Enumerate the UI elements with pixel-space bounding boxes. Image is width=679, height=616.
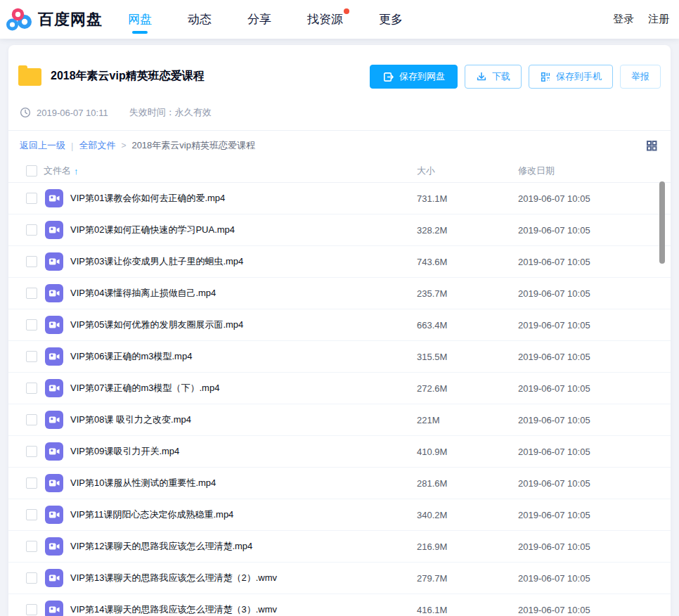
row-checkbox[interactable] bbox=[26, 319, 37, 331]
row-checkbox[interactable] bbox=[26, 446, 37, 457]
table-row[interactable]: VIP第13课聊天的思路我应该怎么理清楚（2）.wmv 279.7M 2019-… bbox=[8, 563, 671, 594]
table-row[interactable]: VIP第05课如何优雅的发朋友圈展示面.mp4 663.4M 2019-06-0… bbox=[8, 309, 671, 341]
file-name-link[interactable]: VIP第06课正确的m3模型.mp4 bbox=[70, 350, 417, 363]
table-row[interactable]: VIP第02课如何正确快速的学习PUA.mp4 328.2M 2019-06-0… bbox=[8, 214, 671, 246]
file-date: 2019-06-07 10:05 bbox=[518, 541, 671, 552]
file-size: 272.6M bbox=[417, 383, 518, 394]
video-file-icon bbox=[45, 347, 63, 366]
table-row[interactable]: VIP第10课服从性测试的重要性.mp4 281.6M 2019-06-07 1… bbox=[8, 468, 671, 499]
video-file-icon bbox=[45, 569, 63, 587]
row-checkbox[interactable] bbox=[26, 288, 37, 299]
row-checkbox[interactable] bbox=[26, 509, 37, 520]
table-row[interactable]: VIP第11课阴阳心态决定你成熟稳重.mp4 340.2M 2019-06-07… bbox=[8, 499, 671, 531]
save-to-phone-button[interactable]: 保存到手机 bbox=[529, 65, 613, 89]
video-file-icon bbox=[45, 474, 63, 492]
file-size: 216.9M bbox=[417, 541, 518, 552]
row-checkbox[interactable] bbox=[26, 256, 37, 267]
share-panel: 2018年素云vip精英班恋爱课程 保存到网盘 bbox=[8, 45, 671, 616]
row-checkbox[interactable] bbox=[26, 193, 37, 204]
row-checkbox[interactable] bbox=[26, 604, 37, 615]
nav-item-resources[interactable]: 找资源 bbox=[307, 0, 343, 39]
file-size: 281.6M bbox=[417, 478, 518, 489]
table-row[interactable]: VIP第08课 吸引力之改变.mp4 221M 2019-06-07 10:05 bbox=[8, 404, 671, 436]
sort-by-name-header[interactable]: 文件名 ↑ bbox=[44, 165, 417, 177]
file-size: 328.2M bbox=[417, 225, 518, 236]
file-name-link[interactable]: VIP第13课聊天的思路我应该怎么理清楚（2）.wmv bbox=[70, 572, 417, 584]
nav-item-share[interactable]: 分享 bbox=[247, 0, 271, 39]
file-date: 2019-06-07 10:05 bbox=[518, 257, 671, 267]
expire-label: 失效时间：永久有效 bbox=[129, 106, 212, 119]
row-checkbox[interactable] bbox=[26, 477, 37, 489]
share-time: 2019-06-07 10:11 bbox=[37, 108, 108, 118]
brand-logo[interactable]: 百度网盘 bbox=[6, 6, 103, 33]
row-checkbox[interactable] bbox=[26, 224, 37, 236]
video-file-icon bbox=[45, 189, 63, 207]
row-checkbox[interactable] bbox=[26, 351, 37, 362]
file-name-link[interactable]: VIP第09课吸引力开关.mp4 bbox=[70, 445, 417, 458]
file-name-link[interactable]: VIP第03课让你变成男人肚子里的蛔虫.mp4 bbox=[70, 255, 417, 268]
table-row[interactable]: VIP第07课正确的m3模型（下）.mp4 272.6M 2019-06-07 … bbox=[8, 373, 671, 404]
file-name-link[interactable]: VIP第01课教会你如何去正确的爱.mp4 bbox=[70, 192, 417, 205]
nav-item-feed[interactable]: 动态 bbox=[188, 0, 212, 39]
file-name-link[interactable]: VIP第14课聊天的思路我应该怎么理清楚（3）.wmv bbox=[70, 603, 417, 616]
scrollbar-thumb[interactable] bbox=[659, 181, 665, 264]
table-row[interactable]: VIP第14课聊天的思路我应该怎么理清楚（3）.wmv 416.1M 2019-… bbox=[8, 594, 671, 616]
breadcrumb-back-link[interactable]: 返回上一级 bbox=[20, 139, 65, 152]
file-size: 410.9M bbox=[417, 447, 518, 457]
file-size: 340.2M bbox=[417, 510, 518, 520]
row-checkbox[interactable] bbox=[26, 383, 37, 394]
share-title: 2018年素云vip精英班恋爱课程 bbox=[51, 69, 205, 84]
select-all-checkbox[interactable] bbox=[26, 165, 37, 177]
register-link[interactable]: 注册 bbox=[648, 13, 669, 26]
table-row[interactable]: VIP第04课懂得抽离止损做自己.mp4 235.7M 2019-06-07 1… bbox=[8, 278, 671, 309]
file-date: 2019-06-07 10:05 bbox=[518, 320, 671, 331]
date-column-header: 修改日期 bbox=[518, 165, 671, 177]
breadcrumb-chevron: > bbox=[121, 141, 126, 150]
row-checkbox[interactable] bbox=[26, 541, 37, 552]
login-link[interactable]: 登录 bbox=[613, 13, 634, 26]
nav-item-more[interactable]: 更多 bbox=[379, 0, 403, 39]
video-file-icon bbox=[45, 442, 63, 461]
file-date: 2019-06-07 10:05 bbox=[518, 383, 671, 394]
table-row[interactable]: VIP第12课聊天的思路我应该怎么理清楚.mp4 216.9M 2019-06-… bbox=[8, 531, 671, 563]
video-file-icon bbox=[45, 411, 63, 429]
row-checkbox[interactable] bbox=[26, 414, 37, 425]
save-to-netdisk-button[interactable]: 保存到网盘 bbox=[370, 65, 458, 89]
file-date: 2019-06-07 10:05 bbox=[518, 225, 671, 236]
breadcrumb-separator: | bbox=[71, 141, 73, 151]
file-size: 315.5M bbox=[417, 352, 518, 362]
table-row[interactable]: VIP第03课让你变成男人肚子里的蛔虫.mp4 743.6M 2019-06-0… bbox=[8, 246, 671, 278]
table-row[interactable]: VIP第01课教会你如何去正确的爱.mp4 731.1M 2019-06-07 … bbox=[8, 183, 671, 214]
table-row[interactable]: VIP第06课正确的m3模型.mp4 315.5M 2019-06-07 10:… bbox=[8, 341, 671, 373]
file-size: 743.6M bbox=[417, 257, 518, 267]
file-name-link[interactable]: VIP第04课懂得抽离止损做自己.mp4 bbox=[70, 287, 417, 300]
row-checkbox[interactable] bbox=[26, 572, 37, 584]
file-name-link[interactable]: VIP第12课聊天的思路我应该怎么理清楚.mp4 bbox=[70, 540, 417, 553]
video-file-icon bbox=[45, 601, 63, 616]
file-name-link[interactable]: VIP第02课如何正确快速的学习PUA.mp4 bbox=[70, 224, 417, 236]
nav-item-netdisk[interactable]: 网盘 bbox=[128, 0, 152, 39]
breadcrumb-all-files-link[interactable]: 全部文件 bbox=[79, 139, 115, 152]
file-name-link[interactable]: VIP第08课 吸引力之改变.mp4 bbox=[70, 413, 417, 426]
table-row[interactable]: VIP第09课吸引力开关.mp4 410.9M 2019-06-07 10:05 bbox=[8, 436, 671, 468]
grid-view-button[interactable] bbox=[645, 139, 658, 152]
report-button[interactable]: 举报 bbox=[620, 65, 661, 89]
file-name-link[interactable]: VIP第11课阴阳心态决定你成熟稳重.mp4 bbox=[70, 508, 417, 521]
download-button[interactable]: 下载 bbox=[465, 65, 522, 89]
file-date: 2019-06-07 10:05 bbox=[518, 288, 671, 299]
video-file-icon bbox=[45, 379, 63, 397]
folder-icon bbox=[18, 68, 41, 86]
breadcrumb: 返回上一级 | 全部文件 > 2018年素云vip精英班恋爱课程 bbox=[8, 131, 671, 153]
qr-code-icon bbox=[540, 71, 551, 82]
file-name-link[interactable]: VIP第05课如何优雅的发朋友圈展示面.mp4 bbox=[70, 319, 417, 331]
file-name-link[interactable]: VIP第10课服从性测试的重要性.mp4 bbox=[70, 477, 417, 489]
file-date: 2019-06-07 10:05 bbox=[518, 193, 671, 204]
video-file-icon bbox=[45, 316, 63, 334]
list-header: 文件名 ↑ 大小 修改日期 bbox=[8, 160, 671, 183]
file-name-link[interactable]: VIP第07课正确的m3模型（下）.mp4 bbox=[70, 382, 417, 394]
file-date: 2019-06-07 10:05 bbox=[518, 510, 671, 520]
video-file-icon bbox=[45, 506, 63, 524]
file-date: 2019-06-07 10:05 bbox=[518, 605, 671, 615]
notification-dot-icon bbox=[344, 8, 349, 14]
file-size: 235.7M bbox=[417, 288, 518, 299]
